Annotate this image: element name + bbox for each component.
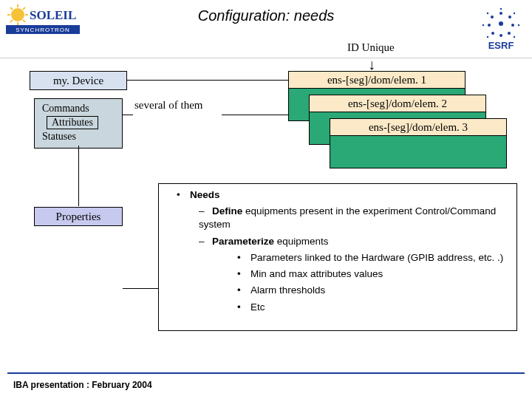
svg-point-25	[487, 36, 488, 38]
svg-line-6	[23, 7, 25, 10]
connector-line	[123, 288, 158, 289]
svg-point-21	[500, 8, 502, 10]
svg-point-18	[491, 32, 494, 35]
svg-point-13	[499, 12, 502, 15]
svg-point-26	[482, 24, 484, 26]
svg-point-22	[514, 13, 515, 14]
statuses-label: Statuses	[39, 130, 117, 143]
svg-point-0	[11, 8, 24, 21]
device-slab-3	[330, 134, 507, 168]
svg-point-24	[514, 36, 515, 38]
connector-line	[127, 80, 288, 81]
svg-line-8	[23, 20, 25, 22]
commands-block: Commands Attributes Statuses	[34, 98, 123, 149]
commands-label: Commands	[39, 102, 117, 115]
svg-point-12	[499, 21, 503, 26]
svg-point-15	[511, 24, 514, 27]
svg-point-16	[508, 32, 511, 35]
mydevice-box: my. Device	[30, 71, 127, 90]
id-unique-label: ID Unique	[347, 41, 395, 54]
needs-subitem: •Parameters linked to the Hardware (GPIB…	[177, 251, 509, 265]
several-label: several of them	[134, 99, 202, 112]
needs-item: –Parameterize equipments	[177, 235, 509, 248]
svg-text:SYNCHROTRON: SYNCHROTRON	[16, 27, 70, 33]
device-box-3: ens-[seg]/dom/elem. 3	[330, 118, 507, 136]
connector-line	[78, 146, 79, 206]
device-box-2: ens-[seg]/dom/elem. 2	[309, 95, 486, 112]
soleil-logo: SOLEIL SYNCHROTRON	[6, 4, 80, 35]
footer-text: IBA presentation : February 2004	[13, 380, 152, 390]
slide-title: Configuration: needs	[198, 7, 335, 24]
svg-line-5	[10, 7, 13, 10]
svg-point-19	[488, 24, 491, 27]
svg-point-20	[491, 16, 494, 18]
needs-subitem: •Alarm thresholds	[177, 284, 509, 297]
needs-box: •Needs –Define equipments present in the…	[158, 183, 517, 331]
footer-divider	[7, 372, 525, 374]
attributes-label: Attributes	[47, 116, 98, 129]
svg-point-17	[499, 34, 502, 37]
needs-subitem: •Etc	[177, 301, 509, 314]
header-divider	[0, 58, 532, 58]
svg-point-27	[487, 13, 488, 14]
svg-text:ESRF: ESRF	[488, 40, 514, 51]
svg-text:SOLEIL: SOLEIL	[30, 8, 76, 22]
connector-line	[123, 115, 133, 115]
svg-point-23	[518, 24, 519, 26]
svg-point-14	[508, 16, 511, 18]
esrf-logo: ESRF	[477, 4, 525, 52]
needs-heading: •Needs	[177, 188, 509, 202]
svg-line-7	[10, 20, 13, 22]
device-box-1: ens-[seg]/dom/elem. 1	[288, 71, 466, 89]
needs-subitem: •Min and max attributes values	[177, 267, 509, 281]
properties-box: Properties	[34, 207, 123, 226]
needs-item: –Define equipments present in the experi…	[177, 205, 509, 231]
